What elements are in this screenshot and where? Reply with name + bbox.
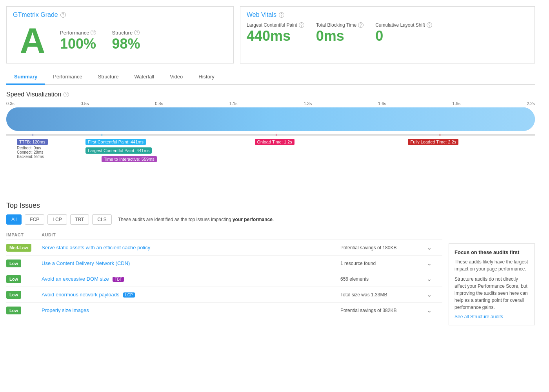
audit-link[interactable]: Avoid enormous network payloads xyxy=(42,292,120,298)
fully-loaded-tick xyxy=(440,134,440,136)
tbt-tag: TBT xyxy=(113,277,124,282)
focus-card: Focus on these audits first These audits… xyxy=(449,243,535,325)
lcp-marker: Largest Contentful Paint: 441ms xyxy=(85,147,152,154)
expand-icon[interactable]: ⌄ xyxy=(427,260,432,267)
savings-text: Total size was 1.33MB xyxy=(340,292,387,298)
tab-performance[interactable]: Performance xyxy=(45,70,90,85)
expand-icon[interactable]: ⌄ xyxy=(427,244,432,251)
fully-loaded-marker: Fully Loaded Time: 2.2s xyxy=(408,139,458,145)
ttfb-tick xyxy=(33,134,33,136)
filter-cls[interactable]: CLS xyxy=(92,214,111,225)
issues-content: IMPACT AUDIT Med-Low Serve static assets… xyxy=(6,231,535,325)
structure-metric: Structure ? 98% xyxy=(112,30,140,52)
grade-section-title: GTmetrix Grade ? xyxy=(13,11,140,18)
vitals-metrics: Largest Contentful Paint ? 440ms Total B… xyxy=(247,22,528,44)
impact-badge: Low xyxy=(6,307,21,314)
impact-badge: Low xyxy=(6,291,21,299)
grade-help-icon[interactable]: ? xyxy=(60,12,66,18)
tti-marker: Time to Interactive: 559ms xyxy=(102,156,157,162)
impact-badge: Low xyxy=(6,275,21,283)
fcp-marker: First Contentful Paint: 441ms xyxy=(85,139,146,145)
filter-fcp[interactable]: FCP xyxy=(25,214,44,225)
web-vitals-help-icon[interactable]: ? xyxy=(279,12,284,18)
filter-all[interactable]: All xyxy=(6,214,22,225)
performance-help-icon[interactable]: ? xyxy=(91,30,96,35)
filter-bar: All FCP LCP TBT CLS These audits are ide… xyxy=(6,214,535,225)
tab-video[interactable]: Video xyxy=(162,70,191,85)
impact-badge: Med-Low xyxy=(6,244,31,252)
filter-lcp[interactable]: LCP xyxy=(47,214,67,225)
speed-progress-fill xyxy=(6,107,535,131)
audit-link[interactable]: Avoid an excessive DOM size xyxy=(42,276,109,282)
focus-card-title: Focus on these audits first xyxy=(454,249,529,255)
issue-row: Low Properly size images Potential savin… xyxy=(6,303,442,318)
audit-link[interactable]: Use a Content Delivery Network (CDN) xyxy=(42,260,130,266)
tab-structure[interactable]: Structure xyxy=(90,70,127,85)
audit-link[interactable]: Properly size images xyxy=(42,307,89,313)
performance-value: 100% xyxy=(60,36,96,52)
tbt-value: 0ms xyxy=(316,28,364,44)
grade-metrics: Performance ? 100% Structure ? 98% xyxy=(60,30,140,52)
grade-letter: A xyxy=(13,23,52,58)
cls-help-icon[interactable]: ? xyxy=(427,22,432,28)
web-vitals-title: Web Vitals ? xyxy=(247,11,528,18)
timeline-ruler: 0.3s 0.5s 0.8s 1.1s 1.3s 1.6s 1.9s 2.2s xyxy=(6,101,535,107)
savings-text: 1 resource found xyxy=(340,261,376,266)
fcp-tick xyxy=(102,134,102,136)
savings-text: 656 elements xyxy=(340,276,369,282)
focus-card-text1: These audits likely have the largest imp… xyxy=(454,258,529,272)
savings-text: Potential savings of 382KB xyxy=(340,308,396,313)
lcp-metric: Largest Contentful Paint ? 440ms xyxy=(247,22,304,44)
structure-help-icon[interactable]: ? xyxy=(134,30,140,35)
savings-text: Potential savings of 180KB xyxy=(340,245,396,250)
ttfb-marker: TTFB: 120ms Redirect: 0ms Connect: 28ms … xyxy=(17,139,48,159)
issue-row: Med-Low Serve static assets with an effi… xyxy=(6,240,442,256)
expand-icon[interactable]: ⌄ xyxy=(427,291,432,298)
speed-markers: TTFB: 120ms Redirect: 0ms Connect: 28ms … xyxy=(6,139,535,178)
impact-badge: Low xyxy=(6,260,21,267)
tbt-metric: Total Blocking Time ? 0ms xyxy=(316,22,364,44)
focus-card-link[interactable]: See all Structure audits xyxy=(454,314,503,319)
issue-row: Low Use a Content Delivery Network (CDN)… xyxy=(6,256,442,271)
speed-progress-bar xyxy=(6,107,535,131)
grade-section: GTmetrix Grade ? A Performance ? 100% xyxy=(6,6,234,64)
top-issues-title: Top Issues xyxy=(6,201,535,210)
structure-value: 98% xyxy=(112,36,140,52)
cls-value: 0 xyxy=(375,28,432,44)
onload-marker: Onload Time: 1.2s xyxy=(255,139,294,145)
filter-description: These audits are identified as the top i… xyxy=(118,217,274,222)
speed-viz-title: Speed Visualization ? xyxy=(6,91,535,98)
expand-icon[interactable]: ⌄ xyxy=(427,307,432,314)
audit-link[interactable]: Serve static assets with an efficient ca… xyxy=(42,245,150,250)
issue-row: Low Avoid enormous network payloads LCP … xyxy=(6,287,442,303)
onload-tick xyxy=(276,134,276,136)
tab-history[interactable]: History xyxy=(191,70,222,85)
top-issues-section: Top Issues All FCP LCP TBT CLS These aud… xyxy=(6,201,535,325)
issues-list: IMPACT AUDIT Med-Low Serve static assets… xyxy=(6,231,442,325)
lcp-tag: LCP xyxy=(123,292,135,298)
main-tabs: Summary Performance Structure Waterfall … xyxy=(6,70,535,85)
speed-viz-help-icon[interactable]: ? xyxy=(64,92,69,97)
issue-row: Low Avoid an excessive DOM size TBT 656 … xyxy=(6,271,442,287)
filter-tbt[interactable]: TBT xyxy=(70,214,89,225)
cls-metric: Cumulative Layout Shift ? 0 xyxy=(375,22,432,44)
tab-waterfall[interactable]: Waterfall xyxy=(126,70,162,85)
timeline-line xyxy=(6,134,535,136)
expand-icon[interactable]: ⌄ xyxy=(427,276,432,282)
tab-summary[interactable]: Summary xyxy=(6,70,45,85)
lcp-help-icon[interactable]: ? xyxy=(299,22,304,28)
speed-visualization: Speed Visualization ? 0.3s 0.5s 0.8s 1.1… xyxy=(6,91,535,178)
lcp-value: 440ms xyxy=(247,28,304,44)
web-vitals-section: Web Vitals ? Largest Contentful Paint ? … xyxy=(240,6,535,64)
issues-table-header: IMPACT AUDIT xyxy=(6,231,442,240)
performance-metric: Performance ? 100% xyxy=(60,30,96,52)
focus-card-text2: Structure audits do not directly affect … xyxy=(454,276,529,311)
tbt-help-icon[interactable]: ? xyxy=(358,22,364,28)
